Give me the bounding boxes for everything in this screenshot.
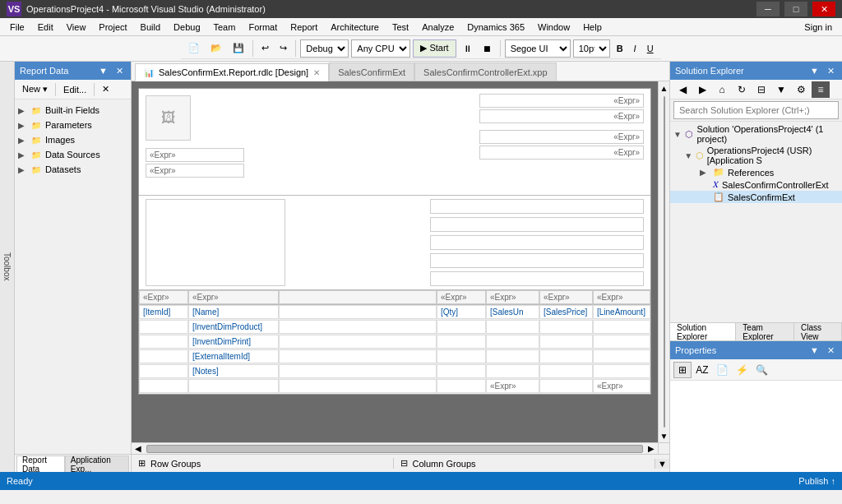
se-tab-solution-explorer[interactable]: Solution Explorer <box>670 323 736 341</box>
se-item-solution[interactable]: ▼ ⬡ Solution 'OperationsProject4' (1 pro… <box>670 123 842 145</box>
se-tab-class-view[interactable]: Class View <box>794 323 842 341</box>
menu-debug[interactable]: Debug <box>167 21 206 34</box>
col-groups-icon: ⊟ <box>400 458 408 469</box>
start-button[interactable]: ▶ Start <box>413 39 456 58</box>
menu-file[interactable]: File <box>3 21 31 34</box>
debug-config-select[interactable]: Debug <box>300 39 349 58</box>
menu-format[interactable]: Format <box>242 21 284 34</box>
se-collapse-btn[interactable]: ⊟ <box>752 81 770 98</box>
tree-builtin-fields[interactable]: ▶ 📁 Built-in Fields <box>15 103 131 118</box>
tab-close-icon[interactable]: ✕ <box>313 68 320 77</box>
italic-btn[interactable]: I <box>630 39 641 58</box>
file-icon: 📋 <box>713 192 724 202</box>
delete-report-item-btn[interactable]: ✕ <box>98 81 113 98</box>
se-tab-team-explorer[interactable]: Team Explorer <box>736 323 794 341</box>
cell-qty: [Qty] <box>437 305 486 319</box>
menu-dynamics365[interactable]: Dynamics 365 <box>460 21 531 34</box>
toolbar-open-btn[interactable]: 📂 <box>206 39 226 58</box>
address-box-left <box>146 199 285 286</box>
font-name-select[interactable]: Segoe UI <box>505 39 571 58</box>
se-pending-btn[interactable]: ≡ <box>812 81 830 98</box>
tab-application-exp[interactable]: Application Exp... <box>65 455 129 472</box>
menu-edit[interactable]: Edit <box>31 21 60 34</box>
tree-images[interactable]: ▶ 📁 Images <box>15 132 131 147</box>
se-refresh-btn[interactable]: ↻ <box>733 81 751 98</box>
properties-header: Properties ▼ ✕ <box>670 341 842 359</box>
toolbar-pause-btn[interactable]: ⏸ <box>459 39 476 58</box>
tree-data-sources[interactable]: ▶ 📁 Data Sources <box>15 147 131 162</box>
groups-expand-btn[interactable]: ▼ <box>655 459 669 469</box>
close-button[interactable]: ✕ <box>812 2 835 16</box>
menu-team[interactable]: Team <box>207 21 243 34</box>
tab-salesconfirmcontrollerext[interactable]: SalesConfirmControllerExt.xpp <box>414 62 556 81</box>
toolbar-undo-btn[interactable]: ↩ <box>257 39 273 58</box>
se-item-confirm-ext[interactable]: 📋 SalesConfirmExt <box>670 191 842 203</box>
platform-select[interactable]: Any CPU <box>351 39 410 58</box>
toolbar-redo-btn[interactable]: ↪ <box>275 39 291 58</box>
menu-help[interactable]: Help <box>576 21 608 34</box>
info-row-3 <box>430 235 644 250</box>
bold-btn[interactable]: B <box>613 39 627 58</box>
tree-parameters[interactable]: ▶ 📁 Parameters <box>15 118 131 132</box>
prop-search-btn[interactable]: 🔍 <box>752 362 770 378</box>
toolbar-new-btn[interactable]: 📄 <box>184 39 204 58</box>
toolbar-stop-btn[interactable]: ⏹ <box>479 39 496 58</box>
menu-view[interactable]: View <box>60 21 93 34</box>
new-report-item-btn[interactable]: New ▾ <box>18 81 52 98</box>
se-item-controller-ext[interactable]: 𝑋 SalesConfirmControllerExt <box>670 178 842 191</box>
canvas-vertical-scrollbar[interactable]: ▲ ▼ <box>658 81 669 442</box>
menu-analyze[interactable]: Analyze <box>415 21 460 34</box>
canvas-area: 🖼 «Expr» «Expr» <box>132 81 669 472</box>
solution-icon: ⬡ <box>685 129 693 140</box>
canvas-main[interactable]: 🖼 «Expr» «Expr» <box>132 81 658 442</box>
prop-pages-btn[interactable]: 📄 <box>713 362 731 378</box>
toolbar-save-btn[interactable]: 💾 <box>229 39 248 58</box>
menu-window[interactable]: Window <box>531 21 576 34</box>
prop-categorized-btn[interactable]: ⊞ <box>673 362 692 378</box>
tab-rdlc-design[interactable]: 📊 SalesConfirmExt.Report.rdlc [Design] ✕ <box>135 63 329 81</box>
table-headers-row: «Expr» «Expr» «Expr» «Expr» <box>139 290 650 305</box>
underline-btn[interactable]: U <box>643 39 658 58</box>
menu-report[interactable]: Report <box>284 21 324 34</box>
report-data-pin-btn[interactable]: ▼ <box>96 65 110 76</box>
se-search-input[interactable] <box>673 101 839 119</box>
table-data-row-0: [ItemId] [Name] [Qty] [SalesUn [SalesPri… <box>139 305 650 320</box>
bottom-tabs: Report Data Application Exp... <box>15 454 131 472</box>
row-groups-section: ⊞ Row Groups <box>132 458 394 469</box>
minimize-button[interactable]: ─ <box>756 2 780 16</box>
menu-architecture[interactable]: Architecture <box>324 21 386 34</box>
cell-empty5 <box>593 335 650 349</box>
se-item-project[interactable]: ▼ ⬡ OperationsProject4 (USR) [Applicatio… <box>670 145 842 166</box>
menu-test[interactable]: Test <box>386 21 415 34</box>
se-filter-btn[interactable]: ▼ <box>772 81 790 98</box>
se-nav-fwd-btn[interactable]: ▶ <box>693 81 711 98</box>
edit-report-item-btn[interactable]: Edit... <box>59 81 90 98</box>
canvas-horizontal-scrollbar[interactable]: ◀ ▶ <box>132 442 669 454</box>
se-nav-back-btn[interactable]: ◀ <box>673 81 692 98</box>
se-home-btn[interactable]: ⌂ <box>713 81 731 98</box>
cell-empty3 <box>486 364 539 378</box>
report-data-close-btn[interactable]: ✕ <box>113 65 126 77</box>
cell-empty2 <box>437 349 486 363</box>
prop-events-btn[interactable]: ⚡ <box>733 362 751 378</box>
signin-link[interactable]: Sign in <box>798 21 839 34</box>
cell-empty <box>139 335 188 349</box>
tree-datasets[interactable]: ▶ 📁 Datasets <box>15 162 131 177</box>
menu-build[interactable]: Build <box>134 21 167 34</box>
header-expr4: «Expr» <box>479 146 644 160</box>
font-size-select[interactable]: 10pt <box>573 39 610 58</box>
cell-spacer <box>279 379 437 393</box>
restore-button[interactable]: □ <box>784 2 807 16</box>
menu-project[interactable]: Project <box>92 21 133 34</box>
tab-report-data[interactable]: Report Data <box>16 455 65 472</box>
se-properties-btn[interactable]: ⚙ <box>792 81 810 98</box>
tab-salesconfirmext[interactable]: SalesConfirmExt <box>329 62 414 81</box>
se-pin-btn[interactable]: ▼ <box>807 65 821 76</box>
properties-close-btn[interactable]: ✕ <box>825 344 837 357</box>
prop-alpha-btn[interactable]: AZ <box>693 362 711 378</box>
properties-pin-btn[interactable]: ▼ <box>807 344 821 356</box>
se-close-btn[interactable]: ✕ <box>825 65 837 77</box>
toolbox-tab[interactable]: Toolbox <box>0 62 15 472</box>
se-item-references[interactable]: ▶ 📁 References <box>670 166 842 178</box>
cell-inventdimprint: [InventDimPrint] <box>188 335 279 349</box>
